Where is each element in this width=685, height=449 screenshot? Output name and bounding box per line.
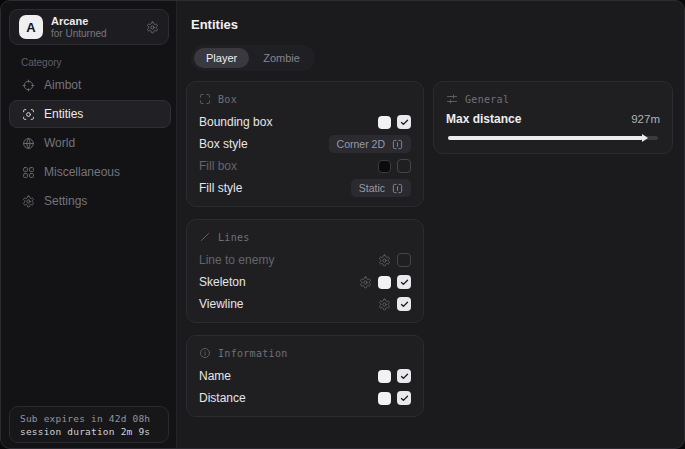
- fill-style-row: Fill style Static: [199, 177, 411, 199]
- viewline-gear-icon[interactable]: [378, 298, 391, 311]
- app-header-card: A Arcane for Unturned: [9, 9, 169, 45]
- app-logo: A: [19, 15, 43, 39]
- max-distance-value: 927m: [631, 113, 660, 125]
- fill-style-label: Fill style: [199, 181, 242, 195]
- distance-label: Distance: [199, 391, 246, 405]
- line-to-enemy-gear-icon[interactable]: [378, 254, 391, 267]
- distance-checkbox[interactable]: [397, 391, 411, 405]
- sliders-icon: [446, 93, 458, 105]
- max-distance-label: Max distance: [446, 112, 521, 126]
- sidebar-item-label: Entities: [44, 107, 83, 121]
- line-to-enemy-checkbox[interactable]: [397, 253, 411, 267]
- box-style-value: Corner 2D: [337, 138, 385, 150]
- select-icon: [392, 183, 403, 194]
- subscription-info-card: Sub expires in 42d 08h session duration …: [9, 406, 169, 443]
- fill-box-label: Fill box: [199, 159, 237, 173]
- lines-section-card: Lines Line to enemy Skeleton: [186, 219, 424, 323]
- slider-fill-and-thumb[interactable]: [448, 136, 643, 140]
- settings-column-left: Box Bounding box Box style Corner 2D: [186, 81, 424, 429]
- distance-row: Distance: [199, 387, 411, 409]
- sidebar-nav: Aimbot Entities World Miscellaneous Sett…: [9, 71, 171, 215]
- fill-box-checkbox[interactable]: [397, 159, 411, 173]
- box-style-row: Box style Corner 2D: [199, 133, 411, 155]
- tab-player[interactable]: Player: [194, 48, 249, 68]
- sidebar-item-entities[interactable]: Entities: [9, 100, 171, 128]
- lines-section-header: Lines: [199, 228, 411, 246]
- box-section-header: Box: [199, 90, 411, 108]
- viewline-row: Viewline: [199, 293, 411, 315]
- box-style-dropdown[interactable]: Corner 2D: [329, 135, 411, 153]
- section-title: Information: [218, 348, 288, 359]
- fill-style-dropdown[interactable]: Static: [351, 179, 411, 197]
- page-title: Entities: [191, 17, 238, 32]
- skeleton-row: Skeleton: [199, 271, 411, 293]
- skeleton-label: Skeleton: [199, 275, 246, 289]
- information-section-card: Information Name Distance: [186, 335, 424, 417]
- entity-tabs: Player Zombie: [191, 45, 315, 71]
- sidebar: A Arcane for Unturned Category Aimbot En…: [1, 1, 177, 448]
- general-section-card: General Max distance 927m: [433, 81, 673, 154]
- bounding-box-color-swatch[interactable]: [378, 116, 391, 129]
- bounding-box-checkbox[interactable]: [397, 115, 411, 129]
- gear-icon: [22, 195, 35, 208]
- fill-box-color-swatch[interactable]: [378, 160, 391, 173]
- select-icon: [392, 139, 403, 150]
- viewline-label: Viewline: [199, 297, 243, 311]
- max-distance-slider[interactable]: [448, 136, 658, 140]
- sidebar-item-label: Aimbot: [44, 78, 81, 92]
- app-name: Arcane: [51, 15, 107, 28]
- sidebar-item-world[interactable]: World: [9, 129, 171, 157]
- sidebar-item-label: Miscellaneous: [44, 165, 120, 179]
- name-color-swatch[interactable]: [378, 370, 391, 383]
- section-title: Box: [218, 94, 237, 105]
- grid-icon: [22, 166, 35, 179]
- diagonal-line-icon: [199, 231, 211, 243]
- sub-expiry-text: Sub expires in 42d 08h: [20, 413, 158, 424]
- sidebar-item-miscellaneous[interactable]: Miscellaneous: [9, 158, 171, 186]
- skeleton-gear-icon[interactable]: [359, 276, 372, 289]
- settings-column-right: General Max distance 927m: [433, 81, 673, 166]
- tab-zombie[interactable]: Zombie: [251, 48, 312, 68]
- info-icon: [199, 347, 211, 359]
- name-checkbox[interactable]: [397, 369, 411, 383]
- box-style-label: Box style: [199, 137, 248, 151]
- sidebar-item-label: World: [44, 136, 75, 150]
- line-to-enemy-label: Line to enemy: [199, 253, 274, 267]
- sidebar-item-settings[interactable]: Settings: [9, 187, 171, 215]
- name-label: Name: [199, 369, 231, 383]
- fill-style-value: Static: [359, 182, 385, 194]
- fill-box-row: Fill box: [199, 155, 411, 177]
- section-title: General: [465, 94, 509, 105]
- section-title: Lines: [218, 232, 250, 243]
- crosshair-icon: [22, 79, 35, 92]
- app-settings-gear-icon[interactable]: [146, 21, 159, 34]
- entities-scan-icon: [22, 108, 35, 121]
- app-subtitle: for Unturned: [51, 28, 107, 40]
- box-select-icon: [199, 93, 211, 105]
- category-label: Category: [21, 57, 62, 68]
- skeleton-color-swatch[interactable]: [378, 276, 391, 289]
- box-section-card: Box Bounding box Box style Corner 2D: [186, 81, 424, 207]
- session-duration-text: session duration 2m 9s: [20, 426, 158, 437]
- distance-color-swatch[interactable]: [378, 392, 391, 405]
- sidebar-item-label: Settings: [44, 194, 87, 208]
- skeleton-checkbox[interactable]: [397, 275, 411, 289]
- globe-icon: [22, 137, 35, 150]
- general-section-header: General: [446, 90, 660, 108]
- name-row: Name: [199, 365, 411, 387]
- bounding-box-label: Bounding box: [199, 115, 272, 129]
- bounding-box-row: Bounding box: [199, 111, 411, 133]
- max-distance-row: Max distance 927m: [446, 112, 660, 126]
- app-window: A Arcane for Unturned Category Aimbot En…: [0, 0, 685, 449]
- viewline-checkbox[interactable]: [397, 297, 411, 311]
- main-content: Entities Player Zombie Box Bounding box: [177, 1, 684, 448]
- sidebar-item-aimbot[interactable]: Aimbot: [9, 71, 171, 99]
- line-to-enemy-row: Line to enemy: [199, 249, 411, 271]
- information-section-header: Information: [199, 344, 411, 362]
